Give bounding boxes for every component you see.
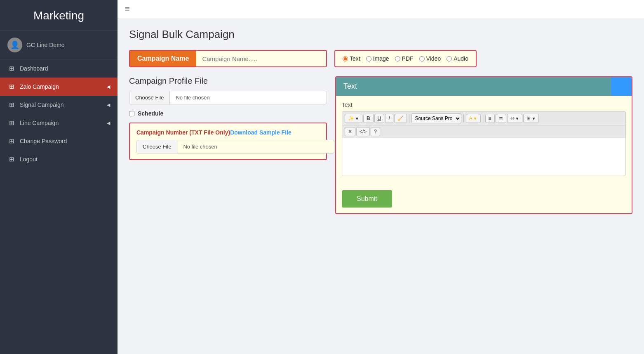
- campaign-name-input[interactable]: [196, 51, 326, 66]
- toolbar-row2: ✕ </> ?: [342, 125, 626, 138]
- sidebar-item-label: Change Password: [20, 138, 67, 144]
- text-panel: Text Text ✨ ▼ B U I 🧹 S: [335, 76, 632, 214]
- align-btn[interactable]: ⇔ ▼: [507, 114, 523, 123]
- campaign-number-title: Campaign Number (TXT File Only)Download …: [136, 129, 320, 136]
- signal-icon: ⊞: [7, 101, 16, 109]
- sidebar-item-label: Logout: [20, 156, 38, 163]
- help-btn[interactable]: ?: [371, 127, 380, 136]
- campaign-name-label: Campaign Name: [130, 51, 196, 66]
- sidebar-user: 👤 GC Line Demo: [0, 31, 118, 59]
- radio-audio[interactable]: Audio: [447, 55, 468, 62]
- sidebar-item-label: Zalo Campaign: [20, 83, 59, 90]
- main-content: ≡ Signal Bulk Campaign Campaign Name Tex…: [118, 0, 644, 354]
- schedule-label: Schedule: [138, 110, 163, 117]
- user-name: GC Line Demo: [26, 42, 65, 48]
- editor-area: Text ✨ ▼ B U I 🧹 Source Sans Pro: [336, 96, 632, 181]
- magic-toolbar-btn[interactable]: ✨ ▼: [345, 114, 362, 123]
- sidebar: Marketing 👤 GC Line Demo ⊞ Dashboard ⊞ Z…: [0, 0, 118, 354]
- radio-image[interactable]: Image: [366, 55, 389, 62]
- campaign-number-box: Campaign Number (TXT File Only)Download …: [129, 123, 327, 160]
- sidebar-item-label: Signal Campaign: [20, 101, 64, 108]
- chevron-left-icon: ◀: [107, 102, 110, 108]
- chevron-left-icon: ◀: [107, 120, 110, 126]
- bold-toolbar-btn[interactable]: B: [363, 114, 374, 123]
- profile-choose-file-button[interactable]: Choose File: [129, 91, 170, 104]
- submit-button[interactable]: Submit: [342, 190, 392, 208]
- radio-video[interactable]: Video: [419, 55, 441, 62]
- toolbar-separator: [409, 114, 409, 123]
- line-icon: ⊞: [7, 119, 16, 127]
- avatar: 👤: [7, 38, 22, 52]
- campaign-number-no-file-label: No file chosen: [177, 140, 223, 153]
- radio-group: Text Image PDF Video Audio: [334, 50, 477, 67]
- sidebar-item-label: Line Campaign: [20, 120, 59, 126]
- code-btn[interactable]: </>: [356, 127, 370, 136]
- campaign-number-choose-file-button[interactable]: Choose File: [137, 140, 177, 153]
- zalo-icon: ⊞: [7, 83, 16, 90]
- profile-file-section: Campaign Profile File Choose File No fil…: [129, 76, 327, 104]
- editor-label: Text: [342, 101, 626, 108]
- ordered-list-btn[interactable]: ≣: [496, 114, 506, 123]
- sidebar-item-label: Dashboard: [20, 65, 48, 72]
- topbar: ≡: [118, 0, 644, 18]
- editor-content[interactable]: [342, 138, 626, 175]
- profile-file-title: Campaign Profile File: [129, 76, 327, 86]
- sidebar-item-logout[interactable]: ⊞ Logout: [0, 150, 118, 168]
- font-color-btn[interactable]: A ▼: [466, 114, 481, 123]
- campaign-name-row: Campaign Name Text Image PDF Video Audio: [129, 50, 632, 67]
- profile-no-file-label: No file chosen: [170, 91, 215, 104]
- strikethrough-btn[interactable]: ✕: [345, 127, 355, 136]
- blue-accent: [611, 77, 632, 96]
- underline-toolbar-btn[interactable]: U: [374, 114, 385, 123]
- unordered-list-btn[interactable]: ≡: [485, 114, 495, 123]
- italic-toolbar-btn[interactable]: I: [385, 114, 393, 123]
- profile-file-input-row: Choose File No file chosen: [129, 91, 327, 104]
- schedule-row: Schedule: [129, 110, 327, 117]
- table-btn[interactable]: ⊞ ▼: [523, 114, 539, 123]
- eraser-toolbar-btn[interactable]: 🧹: [394, 114, 407, 123]
- left-column: Campaign Profile File Choose File No fil…: [129, 76, 327, 214]
- sidebar-item-zalo-campaign[interactable]: ⊞ Zalo Campaign ◀: [0, 78, 118, 96]
- editor-footer: [336, 181, 632, 184]
- sidebar-item-dashboard[interactable]: ⊞ Dashboard: [0, 59, 118, 78]
- password-icon: ⊞: [7, 137, 16, 145]
- radio-text[interactable]: Text: [343, 55, 360, 62]
- toolbar-separator3: [483, 114, 483, 123]
- campaign-number-file-row: Choose File No file chosen: [136, 140, 334, 153]
- sidebar-item-line-campaign[interactable]: ⊞ Line Campaign ◀: [0, 114, 118, 132]
- dashboard-icon: ⊞: [7, 65, 16, 72]
- right-column: Text Text ✨ ▼ B U I 🧹 S: [335, 76, 632, 214]
- campaign-name-box: Campaign Name: [129, 50, 327, 67]
- hamburger-icon[interactable]: ≡: [125, 4, 130, 14]
- radio-pdf[interactable]: PDF: [395, 55, 414, 62]
- app-title: Marketing: [0, 0, 118, 31]
- schedule-checkbox[interactable]: [129, 111, 134, 116]
- download-sample-link[interactable]: Download Sample File: [230, 129, 291, 136]
- sidebar-item-signal-campaign[interactable]: ⊞ Signal Campaign ◀: [0, 96, 118, 114]
- main-layout: Campaign Profile File Choose File No fil…: [129, 76, 632, 214]
- font-select[interactable]: Source Sans Pro: [411, 113, 461, 123]
- logout-icon: ⊞: [7, 156, 16, 163]
- page-content: Signal Bulk Campaign Campaign Name Text …: [118, 18, 644, 354]
- page-title: Signal Bulk Campaign: [129, 28, 632, 41]
- text-panel-header: Text: [336, 77, 611, 96]
- editor-toolbar: ✨ ▼ B U I 🧹 Source Sans Pro A ▼: [342, 111, 626, 125]
- sidebar-item-change-password[interactable]: ⊞ Change Password: [0, 132, 118, 150]
- toolbar-separator2: [463, 114, 464, 123]
- chevron-left-icon: ◀: [107, 84, 110, 90]
